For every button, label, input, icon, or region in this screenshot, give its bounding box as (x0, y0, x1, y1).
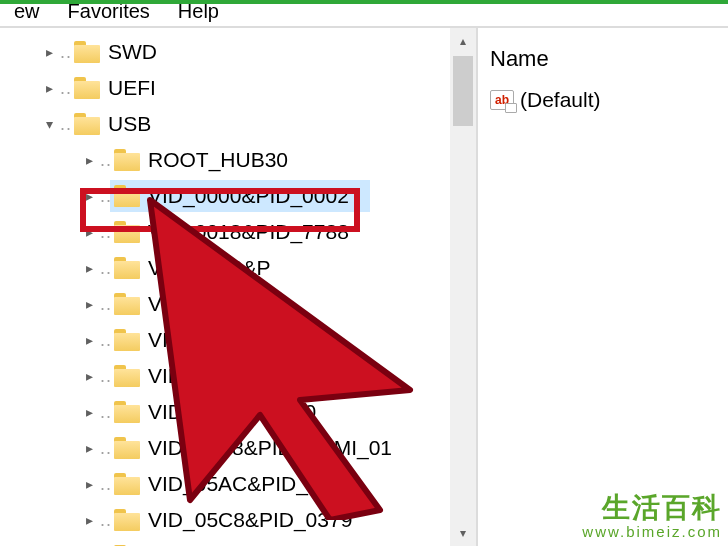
tree-connector: .. (100, 330, 112, 351)
tree-connector: .. (100, 474, 112, 495)
chevron-right-icon[interactable]: ▸ (40, 44, 58, 60)
chevron-right-icon[interactable]: ▸ (80, 368, 98, 384)
tree-connector: .. (100, 366, 112, 387)
folder-icon (74, 77, 100, 99)
tree-node-child[interactable]: ▸ .. VID_05C8&PID_0379 (0, 502, 452, 538)
tree-pane: ▸ .. SWD ▸ .. UEFI ▾ .. USB ▸ .. (0, 28, 478, 546)
tree-label: VID_04B8&PID_08 MI_01 (148, 436, 392, 460)
folder-icon (114, 365, 140, 387)
tree-connector: .. (100, 510, 112, 531)
chevron-right-icon[interactable]: ▸ (80, 152, 98, 168)
tree-label: VID_0018&PID_7788 (148, 220, 349, 244)
tree-label: ROOT_HUB30 (148, 148, 288, 172)
folder-icon (114, 329, 140, 351)
folder-icon (74, 113, 100, 135)
tree-label: VID_05AC&PID_12A (148, 472, 345, 496)
tree-node-swd[interactable]: ▸ .. SWD (0, 34, 452, 70)
tree-connector: .. (100, 438, 112, 459)
registry-tree[interactable]: ▸ .. SWD ▸ .. UEFI ▾ .. USB ▸ .. (0, 34, 452, 546)
watermark-url: www.bimeiz.com (582, 524, 722, 541)
chevron-right-icon[interactable]: ▸ (80, 260, 98, 276)
tree-connector: .. (60, 78, 72, 99)
tree-label: VID_04B8&PID_0 (148, 400, 316, 424)
scroll-down-button[interactable]: ▾ (450, 520, 476, 546)
tree-node-child[interactable]: ▸ .. VID_04B8&PID_08 MI_01 (0, 430, 452, 466)
tree-node-child[interactable]: ▸ .. VID_03F0&P (0, 286, 452, 322)
tree-node-usb[interactable]: ▾ .. USB (0, 106, 452, 142)
vertical-scrollbar[interactable]: ▴ ▾ (450, 28, 476, 546)
chevron-right-icon[interactable]: ▸ (80, 296, 98, 312)
chevron-right-icon[interactable]: ▸ (80, 188, 98, 204)
tree-node-child[interactable]: ▸ .. VID_04B8&PID_0 (0, 394, 452, 430)
tree-node-child[interactable]: ▸ .. VID_0018&PID_7788 (0, 214, 452, 250)
tree-label: VID_03F0&P (148, 292, 271, 316)
tree-node-child[interactable]: ▸ .. ROOT_HUB30 (0, 142, 452, 178)
chevron-right-icon[interactable]: ▸ (80, 332, 98, 348)
tree-node-child[interactable]: ▸ .. VID_03F0&P (0, 250, 452, 286)
tree-node-uefi[interactable]: ▸ .. UEFI (0, 70, 452, 106)
chevron-down-icon[interactable]: ▾ (40, 116, 58, 132)
chevron-right-icon[interactable]: ▸ (40, 80, 58, 96)
scroll-up-button[interactable]: ▴ (450, 28, 476, 54)
tree-node-child[interactable]: ▸ .. VID_05C8&PID_0379&MI_00 (0, 538, 452, 546)
scroll-thumb[interactable] (453, 56, 473, 126)
column-header-name[interactable]: Name (490, 46, 716, 88)
folder-icon (114, 401, 140, 423)
folder-icon (114, 257, 140, 279)
chevron-right-icon[interactable]: ▸ (80, 224, 98, 240)
watermark-title: 生活百科 (582, 493, 722, 524)
tree-connector: .. (100, 186, 112, 207)
chevron-right-icon[interactable]: ▸ (80, 440, 98, 456)
tree-label: VID_05C8&PID_0379 (148, 508, 352, 532)
folder-icon (114, 293, 140, 315)
folder-icon (114, 185, 140, 207)
values-pane: Name ab (Default) (478, 28, 728, 546)
tree-node-selected[interactable]: ▸ .. VID_0000&PID_0002 (0, 178, 452, 214)
chevron-right-icon[interactable]: ▸ (80, 512, 98, 528)
folder-icon (114, 437, 140, 459)
value-row-default[interactable]: ab (Default) (490, 88, 716, 112)
tree-connector: .. (100, 150, 112, 171)
tree-label: VID_0000&PID_0002 (148, 184, 349, 208)
tree-label: VID_03F0&P (148, 256, 271, 280)
tree-node-child[interactable]: ▸ .. VID_03F0&PI (0, 322, 452, 358)
tree-label: VID_04B8&PID_ (148, 364, 304, 388)
value-name: (Default) (520, 88, 601, 112)
watermark: 生活百科 www.bimeiz.com (582, 493, 722, 540)
folder-icon (114, 509, 140, 531)
string-value-icon: ab (490, 90, 514, 110)
tree-node-child[interactable]: ▸ .. VID_05AC&PID_12A (0, 466, 452, 502)
window-accent-border (0, 0, 728, 4)
tree-connector: .. (60, 114, 72, 135)
tree-connector: .. (100, 402, 112, 423)
folder-icon (74, 41, 100, 63)
tree-connector: .. (100, 294, 112, 315)
tree-connector: .. (100, 222, 112, 243)
folder-icon (114, 149, 140, 171)
content-area: ▸ .. SWD ▸ .. UEFI ▾ .. USB ▸ .. (0, 28, 728, 546)
tree-label: USB (108, 112, 151, 136)
tree-node-child[interactable]: ▸ .. VID_04B8&PID_ (0, 358, 452, 394)
tree-connector: .. (100, 258, 112, 279)
chevron-right-icon[interactable]: ▸ (80, 404, 98, 420)
folder-icon (114, 473, 140, 495)
tree-label: VID_03F0&PI (148, 328, 276, 352)
tree-label: SWD (108, 40, 157, 64)
chevron-right-icon[interactable]: ▸ (80, 476, 98, 492)
menubar: ew Favorites Help (0, 0, 728, 28)
tree-label: UEFI (108, 76, 156, 100)
tree-connector: .. (60, 42, 72, 63)
folder-icon (114, 221, 140, 243)
